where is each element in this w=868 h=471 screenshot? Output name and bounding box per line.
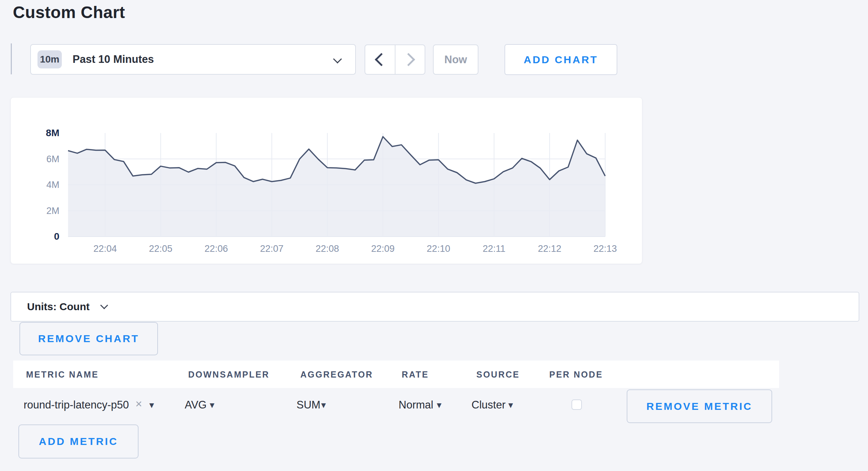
column-header-source: SOURCE: [476, 370, 520, 380]
add-metric-button[interactable]: ADD METRIC: [18, 424, 139, 458]
time-range-dropdown[interactable]: 10m Past 10 Minutes: [30, 44, 356, 75]
page-title: Custom Chart: [13, 3, 125, 22]
x-axis-label: 22:06: [195, 243, 237, 254]
now-button[interactable]: Now: [433, 44, 478, 75]
downsampler-caret-icon[interactable]: ▾: [210, 399, 215, 410]
y-axis-label: 2M: [21, 205, 59, 216]
time-prev-button[interactable]: [365, 45, 395, 74]
aggregator-caret-icon[interactable]: ▾: [321, 399, 326, 410]
x-axis-label: 22:09: [362, 243, 404, 254]
y-axis-label: 6M: [21, 154, 59, 164]
rate-select[interactable]: Normal: [399, 399, 433, 411]
time-range-badge: 10m: [37, 50, 62, 68]
metric-name-value[interactable]: round-trip-latency-p50: [24, 399, 129, 411]
remove-metric-button[interactable]: REMOVE METRIC: [627, 389, 772, 423]
metrics-table-header: [13, 361, 779, 388]
chart-card[interactable]: 02M4M6M8M22:0422:0522:0622:0722:0822:092…: [10, 97, 642, 264]
column-header-downsampler: DOWNSAMPLER: [188, 370, 269, 380]
time-nav-group: [365, 44, 425, 75]
units-dropdown[interactable]: Units: Count: [10, 292, 859, 322]
time-next-button[interactable]: [395, 45, 425, 74]
remove-chart-button[interactable]: REMOVE CHART: [19, 322, 158, 355]
metric-name-caret-icon[interactable]: ▾: [149, 399, 154, 410]
chevron-right-icon: [402, 53, 415, 66]
timeseries-chart: [11, 98, 642, 264]
chevron-down-icon: [100, 301, 108, 309]
x-axis-label: 22:07: [251, 243, 293, 254]
chevron-down-icon: [333, 55, 342, 63]
remove-metric-chip-icon[interactable]: ×: [135, 397, 142, 411]
per-node-checkbox[interactable]: [571, 399, 582, 410]
units-label: Units: Count: [27, 301, 90, 313]
column-header-rate: RATE: [402, 370, 429, 380]
x-axis-label: 22:04: [84, 243, 126, 254]
column-header-metric-name: METRIC NAME: [26, 370, 99, 380]
chevron-left-icon: [375, 53, 388, 66]
source-select[interactable]: Cluster: [471, 399, 506, 411]
column-header-per-node: PER NODE: [549, 370, 603, 380]
custom-chart-page: Custom Chart 10m Past 10 Minutes Now ADD…: [0, 0, 868, 471]
downsampler-select[interactable]: AVG: [185, 399, 207, 411]
x-axis-label: 22:08: [307, 243, 348, 254]
rate-caret-icon[interactable]: ▾: [437, 399, 442, 410]
column-header-aggregator: AGGREGATOR: [300, 370, 373, 380]
x-axis-label: 22:12: [529, 243, 570, 254]
x-axis-label: 22:10: [418, 243, 459, 254]
source-caret-icon[interactable]: ▾: [508, 399, 513, 410]
y-axis-label: 4M: [21, 180, 59, 190]
x-axis-label: 22:11: [473, 243, 515, 254]
add-chart-button[interactable]: ADD CHART: [504, 44, 617, 75]
x-axis-label: 22:13: [584, 243, 626, 254]
aggregator-select[interactable]: SUM: [297, 399, 320, 411]
time-range-label: Past 10 Minutes: [73, 53, 154, 66]
y-axis-label: 8M: [21, 127, 59, 139]
y-axis-label: 0: [21, 231, 59, 242]
toolbar-accent-divider: [11, 43, 12, 74]
x-axis-label: 22:05: [140, 243, 182, 254]
